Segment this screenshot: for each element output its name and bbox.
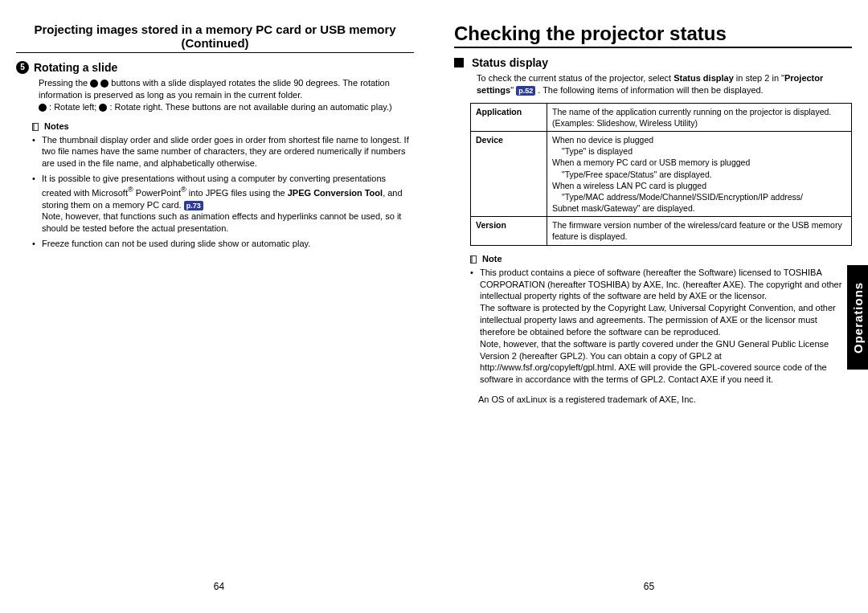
step-body: Pressing the buttons with a slide displa…: [16, 77, 414, 113]
step-body-text: : Rotate left;: [49, 102, 99, 112]
table-value: When no device is plugged "Type" is disp…: [547, 132, 852, 217]
section-heading: Status display: [454, 56, 852, 69]
step-title: Rotating a slide: [34, 61, 117, 74]
down-button-icon: [99, 104, 107, 112]
step-heading: 5 Rotating a slide: [16, 61, 414, 74]
side-tab: Operations: [847, 265, 868, 370]
table-value: The name of the application currently ru…: [547, 103, 852, 131]
table-row: Device When no device is plugged "Type" …: [471, 132, 852, 217]
table-key: Version: [471, 217, 547, 245]
intro-text: To check the current status of the proje…: [454, 72, 852, 96]
page-ref-icon: p.52: [516, 86, 535, 96]
table-key: Device: [471, 132, 547, 217]
left-page: Projecting images stored in a memory PC …: [16, 22, 422, 597]
status-table: Application The name of the application …: [470, 103, 852, 246]
note-label: Note: [482, 254, 502, 264]
down-button-icon: [100, 80, 108, 88]
note-item: The thumbnail display order and slide or…: [32, 134, 414, 170]
note-item: It is possible to give presentations wit…: [32, 173, 414, 235]
table-row: Application The name of the application …: [471, 103, 852, 131]
page-number: 64: [214, 581, 224, 592]
square-bullet-icon: [454, 58, 464, 67]
table-value: The firmware version number of the wirel…: [547, 217, 852, 245]
note-icon: [32, 123, 39, 131]
section-title: Status display: [472, 56, 548, 69]
page-number: 65: [644, 581, 654, 592]
step-number-icon: 5: [16, 61, 29, 74]
table-key: Application: [471, 103, 547, 131]
note-icon: [470, 255, 477, 264]
table-row: Version The firmware version number of t…: [471, 217, 852, 245]
notes-label: Notes: [44, 121, 69, 131]
step-body-text: : Rotate right. These buttons are not av…: [110, 102, 392, 112]
up-button-icon: [90, 80, 98, 88]
page-title: Checking the projector status: [454, 22, 852, 48]
page-ref-icon: p.73: [184, 201, 203, 210]
notes-heading: Notes: [32, 121, 414, 131]
note-heading: Note: [470, 254, 852, 264]
note-list: This product contains a piece of softwar…: [454, 267, 852, 386]
right-page: Checking the projector status Status dis…: [446, 22, 852, 597]
notes-list: The thumbnail display order and slide or…: [16, 134, 414, 250]
step-body-text: Pressing the: [39, 78, 90, 88]
continued-title: Projecting images stored in a memory PC …: [16, 22, 414, 53]
up-button-icon: [39, 104, 47, 112]
trademark-text: An OS of axLinux is a registered tradema…: [478, 394, 852, 406]
note-item: Freeze function can not be used during s…: [32, 238, 414, 250]
note-item: This product contains a piece of softwar…: [470, 267, 852, 386]
